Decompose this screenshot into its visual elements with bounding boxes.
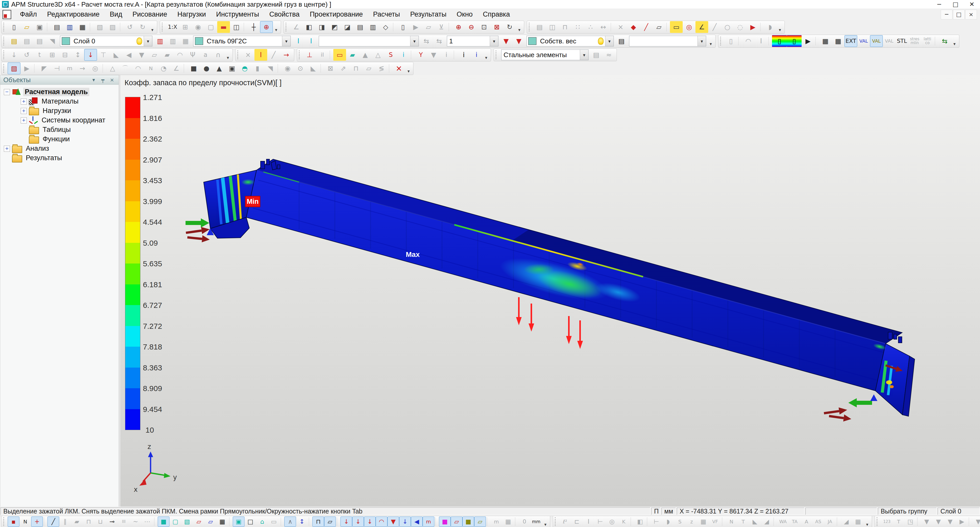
- mirror-icon[interactable]: ◫: [546, 21, 558, 33]
- overflow-icon[interactable]: ▾: [542, 516, 549, 527]
- sketch-edit-icon[interactable]: ╱: [267, 49, 280, 61]
- t2-icon[interactable]: T: [893, 516, 904, 527]
- layer-copy-icon[interactable]: ▤: [21, 35, 33, 47]
- rake-load-icon[interactable]: Ψ: [186, 49, 199, 61]
- rename-icon[interactable]: m: [63, 62, 76, 74]
- overflow-icon[interactable]: ▾: [149, 21, 156, 33]
- mdi-minimize-button[interactable]: ─: [941, 10, 953, 19]
- tree-expander-icon[interactable]: +: [21, 108, 27, 114]
- triple-rod-icon[interactable]: III: [118, 516, 130, 527]
- stress-mlin-icon[interactable]: stres mlin: [908, 35, 921, 47]
- section-view-icon[interactable]: ◫: [230, 21, 243, 33]
- swap-results-icon[interactable]: ⇆: [939, 35, 951, 47]
- scale-icon[interactable]: ×: [614, 21, 627, 33]
- plate-edit2-icon[interactable]: ▱: [324, 516, 336, 527]
- element-type-combo[interactable]: Стальные элементы▾: [501, 49, 589, 60]
- plate-cs-icon[interactable]: ▱: [193, 516, 205, 527]
- drag-handle-icon[interactable]: [299, 51, 302, 59]
- sketch-hex-icon[interactable]: ◌: [734, 21, 746, 33]
- new-file-icon[interactable]: ▯: [8, 21, 21, 33]
- parallel-rods-icon[interactable]: ∥: [59, 516, 71, 527]
- n-force-icon[interactable]: N: [725, 516, 737, 527]
- menu-item[interactable]: Вид: [105, 9, 127, 20]
- menu-item[interactable]: Редактирование: [42, 9, 105, 20]
- scale-1x-icon[interactable]: 1:X: [166, 21, 179, 33]
- drag-handle-icon[interactable]: [237, 51, 240, 59]
- plate-force-icon[interactable]: ▼: [387, 516, 399, 527]
- menu-item[interactable]: Рисование: [127, 9, 172, 20]
- drag-handle-icon[interactable]: [555, 517, 558, 526]
- panel-close-icon[interactable]: ×: [107, 76, 117, 84]
- cable-icon[interactable]: ~: [130, 516, 142, 527]
- push-node-icon[interactable]: →: [76, 62, 89, 74]
- dropdown-arrow-icon[interactable]: ▾: [144, 36, 152, 46]
- m-small-icon[interactable]: m: [490, 516, 502, 527]
- view-right-icon[interactable]: ◪: [341, 21, 354, 33]
- drag-handle-icon[interactable]: [529, 23, 531, 32]
- plate-arrows-icon[interactable]: ▱: [451, 516, 463, 527]
- l-ruler-icon[interactable]: ⊥: [303, 49, 316, 61]
- arc2-icon[interactable]: ◠: [132, 62, 145, 74]
- view-front-icon[interactable]: ◧: [303, 21, 315, 33]
- menu-item[interactable]: Проектирование: [305, 9, 368, 20]
- t-force-icon[interactable]: T: [737, 516, 749, 527]
- load-drop-icon[interactable]: ▼: [944, 516, 956, 527]
- dropdown-arrow-icon[interactable]: ▾: [490, 36, 498, 46]
- material-combo[interactable]: Сталь 09Г2С▾: [193, 36, 291, 46]
- support-icon[interactable]: ⊤: [97, 49, 110, 61]
- loadcase-combo[interactable]: 1▾: [447, 36, 498, 46]
- mass-icon[interactable]: ▼: [427, 49, 440, 61]
- overflow-icon[interactable]: ▾: [864, 516, 870, 527]
- angle-snap-icon[interactable]: ∠: [170, 62, 183, 74]
- array-icon[interactable]: ∷: [571, 21, 584, 33]
- surface-icon[interactable]: ◗: [764, 21, 776, 33]
- zoom-out-icon[interactable]: ⊖: [465, 21, 478, 33]
- zoom-extents-icon[interactable]: ⊠: [490, 21, 503, 33]
- lightning-icon[interactable]: ⇗: [337, 62, 350, 74]
- solid8-icon[interactable]: ▧: [181, 516, 193, 527]
- status-select-group[interactable]: Выбрать группу: [878, 508, 937, 515]
- plate-b-icon[interactable]: ◢: [761, 516, 773, 527]
- z-plate-icon[interactable]: z: [686, 516, 697, 527]
- menu-item[interactable]: Свойства: [264, 9, 305, 20]
- blob-select-icon[interactable]: ◉: [192, 21, 204, 33]
- stl-export-icon[interactable]: STL: [896, 35, 908, 47]
- print-preview-icon[interactable]: ▥: [63, 21, 76, 33]
- mesh-sphere-icon[interactable]: ◓: [239, 62, 251, 74]
- checker-mesh-icon[interactable]: ▦: [216, 516, 228, 527]
- graph-values2-icon[interactable]: VAL: [870, 35, 883, 47]
- plate-a-icon[interactable]: ◣: [749, 516, 761, 527]
- magenta-plate-icon[interactable]: ■: [439, 516, 451, 527]
- view-bottom-icon[interactable]: ▥: [366, 21, 379, 33]
- close-button[interactable]: ✕: [964, 0, 980, 9]
- material-assign-icon[interactable]: ▦: [179, 35, 192, 47]
- link-icon[interactable]: ⊸: [106, 516, 118, 527]
- zoom-window-icon[interactable]: ⊡: [478, 21, 490, 33]
- loadcase-list-icon[interactable]: ▤: [615, 35, 628, 47]
- probe123-icon[interactable]: 123: [881, 516, 893, 527]
- layer-move-icon[interactable]: ▤: [33, 35, 46, 47]
- clamp-icon[interactable]: ⊏: [571, 516, 583, 527]
- split-line-icon[interactable]: ╱: [640, 21, 652, 33]
- ramp2-icon[interactable]: ◢: [840, 516, 852, 527]
- material-add-icon[interactable]: ▥: [154, 35, 166, 47]
- section-check-icon[interactable]: I: [255, 49, 267, 61]
- node-cs-icon[interactable]: +: [31, 516, 43, 527]
- ta-icon[interactable]: TA: [789, 516, 800, 527]
- section-combo[interactable]: ▾: [319, 36, 419, 46]
- moment-load-icon[interactable]: ↺: [21, 49, 33, 61]
- acceleration-icon[interactable]: a: [199, 49, 212, 61]
- drag-handle-icon[interactable]: [3, 64, 6, 73]
- pressure-mesh-icon[interactable]: ◠: [375, 516, 387, 527]
- named-view-icon[interactable]: ▯: [396, 21, 409, 33]
- zigzag-icon[interactable]: ≶: [375, 62, 388, 74]
- overflow-icon[interactable]: ▾: [483, 49, 490, 61]
- loadcase-multi-icon[interactable]: ▼: [512, 35, 525, 47]
- beam-solid-icon[interactable]: ▰: [71, 516, 83, 527]
- node-force-icon[interactable]: ↓: [8, 49, 21, 61]
- red-pin-icon[interactable]: →: [280, 49, 293, 61]
- mesh-box-icon[interactable]: ⊠: [324, 62, 337, 74]
- paste-icon[interactable]: ▨: [106, 21, 119, 33]
- dropdown-arrow-icon[interactable]: ▾: [410, 36, 418, 46]
- array-move-icon[interactable]: ∴: [584, 21, 597, 33]
